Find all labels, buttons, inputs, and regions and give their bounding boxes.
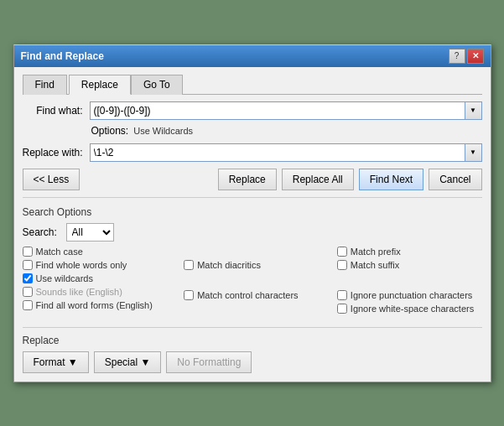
match-suffix-label: Match suffix	[351, 260, 400, 270]
wildcards-label: Use wildcards	[36, 273, 93, 283]
whole-words-label: Find whole words only	[36, 260, 127, 270]
replace-label: Replace with:	[23, 147, 90, 158]
find-input[interactable]	[90, 101, 465, 120]
check-match-control: Match control characters	[184, 288, 329, 302]
check-match-case: Match case	[23, 245, 176, 258]
divider-2	[23, 327, 482, 328]
options-checkboxes: Match case Find whole words only Use wil…	[23, 245, 482, 315]
check-match-suffix: Match suffix	[337, 258, 482, 272]
divider-1	[23, 197, 482, 198]
match-control-checkbox[interactable]	[184, 290, 194, 300]
tab-goto[interactable]: Go To	[131, 75, 183, 95]
dialog-title: Find and Replace	[21, 50, 104, 62]
format-button[interactable]: Format ▼	[23, 351, 89, 373]
whole-words-checkbox[interactable]	[23, 260, 33, 270]
check-match-diacritics: Match diacritics	[184, 258, 329, 272]
replace-all-button[interactable]: Replace All	[282, 169, 354, 190]
find-label: Find what:	[23, 105, 90, 117]
tab-find[interactable]: Find	[23, 75, 67, 95]
replace-button[interactable]: Replace	[218, 169, 277, 190]
find-next-button[interactable]: Find Next	[359, 169, 423, 190]
less-button[interactable]: << Less	[23, 169, 81, 190]
match-diacritics-checkbox[interactable]	[184, 260, 194, 270]
search-options-title: Search Options	[23, 206, 482, 218]
replace-format-buttons: Format ▼ Special ▼ No Formatting	[23, 351, 482, 373]
spacer3	[337, 272, 482, 288]
help-button[interactable]: ?	[449, 49, 465, 64]
tab-replace[interactable]: Replace	[69, 75, 131, 95]
col1: Match case Find whole words only Use wil…	[23, 245, 176, 315]
sounds-like-label: Sounds like (English)	[36, 287, 122, 297]
replace-input[interactable]	[90, 143, 465, 162]
replace-with-row: Replace with: ▼	[23, 143, 482, 162]
wildcards-checkbox[interactable]	[23, 273, 33, 283]
action-buttons: << Less Replace Replace All Find Next Ca…	[23, 169, 482, 190]
check-match-prefix: Match prefix	[337, 245, 482, 258]
find-input-wrap: ▼	[90, 101, 482, 120]
find-replace-dialog: Find and Replace ? ✕ Find Replace Go To …	[13, 44, 491, 382]
find-what-row: Find what: ▼	[23, 101, 482, 120]
window-controls: ? ✕	[449, 49, 484, 64]
title-bar: Find and Replace ? ✕	[14, 45, 491, 67]
match-prefix-label: Match prefix	[351, 247, 401, 257]
ignore-punctuation-checkbox[interactable]	[337, 290, 347, 300]
check-ignore-whitespace: Ignore white-space characters	[337, 302, 482, 315]
close-button[interactable]: ✕	[467, 49, 484, 64]
search-select[interactable]: All Up Down	[66, 223, 114, 242]
check-wildcards: Use wildcards	[23, 272, 176, 285]
find-dropdown-btn[interactable]: ▼	[465, 101, 482, 120]
check-ignore-punctuation: Ignore punctuation characters	[337, 288, 482, 302]
ignore-whitespace-label: Ignore white-space characters	[351, 304, 474, 314]
match-case-label: Match case	[36, 247, 83, 257]
all-word-forms-label: Find all word forms (English)	[36, 300, 153, 310]
search-label: Search:	[23, 226, 66, 238]
special-button[interactable]: Special ▼	[94, 351, 162, 373]
check-all-word-forms: Find all word forms (English)	[23, 299, 176, 312]
options-row: Options: Use Wildcards	[91, 125, 482, 137]
replace-bottom-section: Replace Format ▼ Special ▼ No Formatting	[23, 335, 482, 373]
all-word-forms-checkbox[interactable]	[23, 300, 33, 310]
no-formatting-button[interactable]: No Formatting	[166, 351, 252, 373]
match-case-checkbox[interactable]	[23, 247, 33, 257]
replace-section-title: Replace	[23, 335, 482, 346]
match-control-label: Match control characters	[197, 290, 298, 300]
replace-input-wrap: ▼	[90, 143, 482, 162]
col2: x Match diacritics Match control charact…	[175, 245, 329, 315]
search-options-section: Search Options Search: All Up Down Match…	[23, 203, 482, 319]
check-sounds-like: Sounds like (English)	[23, 285, 176, 299]
options-value: Use Wildcards	[133, 126, 193, 136]
replace-dropdown-btn[interactable]: ▼	[465, 143, 482, 162]
options-label: Options:	[91, 125, 129, 137]
search-dropdown-row: Search: All Up Down	[23, 223, 482, 242]
cancel-button[interactable]: Cancel	[429, 169, 481, 190]
match-diacritics-label: Match diacritics	[197, 260, 261, 270]
tab-bar: Find Replace Go To	[23, 74, 482, 95]
dialog-body: Find Replace Go To Find what: ▼ Options:…	[14, 67, 491, 382]
col3: Match prefix Match suffix Ignore punctua…	[329, 245, 482, 315]
match-suffix-checkbox[interactable]	[337, 260, 347, 270]
ignore-whitespace-checkbox[interactable]	[337, 304, 347, 314]
check-whole-words: Find whole words only	[23, 258, 176, 272]
spacer2	[184, 272, 329, 288]
ignore-punctuation-label: Ignore punctuation characters	[351, 290, 473, 300]
match-prefix-checkbox[interactable]	[337, 247, 347, 257]
sounds-like-checkbox[interactable]	[23, 287, 33, 297]
